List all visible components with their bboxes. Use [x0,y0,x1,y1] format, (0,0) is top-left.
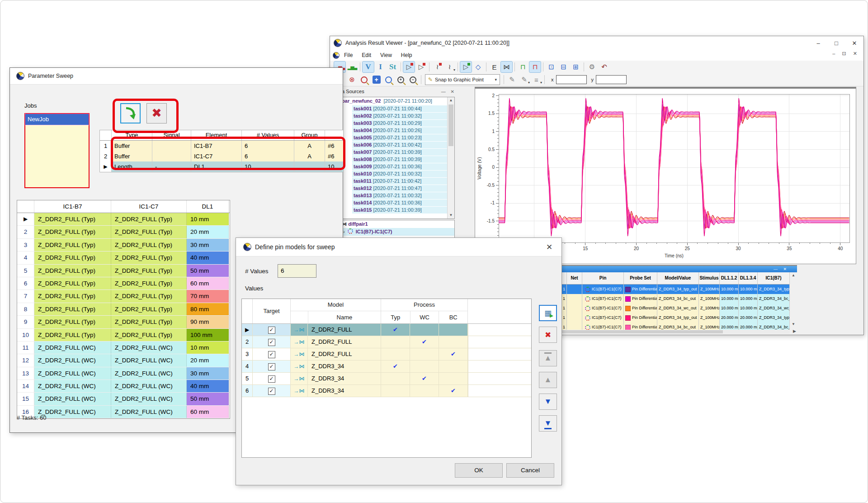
wc-check-cell[interactable]: ✔ [410,336,439,348]
move-bottom-button[interactable]: ▼ [539,415,557,432]
matrix-cell[interactable]: Z_DDR2_FULL (Typ) [34,239,111,251]
sweep-cell[interactable]: Buffer [112,151,152,161]
model-value-cell[interactable]: Z_DDR3_34_typ_out [657,285,699,294]
stimulus-cell[interactable]: Z_100MHz [699,313,720,323]
sweep-parameters-table[interactable]: TypeSignalElement# ValuesGroup1BufferIC1… [99,130,344,172]
tree-task-item[interactable]: task001 [2020-07-21 11:00:44] [352,105,453,112]
model-name-cell[interactable]: Z_DDR2_FULL [308,336,381,348]
matrix-cell[interactable]: Z_DDR2_FULL (WC) [34,380,111,392]
bc-check-cell[interactable] [439,361,468,372]
current-icon[interactable]: I [375,62,386,72]
matrix-cell[interactable]: 70 mm [187,290,229,302]
matrix-row[interactable]: 5Z_DDR2_FULL (Typ)Z_DDR2_FULL (Typ)50 mm [17,265,230,277]
edge-select-icon[interactable]: E [489,62,500,72]
wc-check-cell[interactable] [410,324,439,336]
target-checkbox-cell[interactable]: ✓ [253,336,291,348]
matrix-cell[interactable]: Z_DDR2_FULL (Typ) [34,277,111,289]
move-top-button[interactable]: ▲ [539,350,557,366]
probe-options-icon[interactable]: ≀▾ [444,62,455,72]
matrix-cell[interactable]: Z_DDR2_FULL (Typ) [111,303,187,315]
matrix-cell[interactable]: Z_DDR2_FULL (Typ) [111,239,187,251]
y-input[interactable] [596,75,627,84]
probe-set-cell[interactable]: Pin Differential [624,313,657,323]
matrix-row[interactable]: 9Z_DDR2_FULL (Typ)Z_DDR2_FULL (Typ)90 mm [17,316,230,328]
sweep-cell[interactable]: #6 [325,141,344,151]
pin-model-row[interactable]: ▶✓→⋈Z_DDR2_FULL✔ [242,324,531,336]
row-header[interactable]: 8 [17,303,34,315]
pan-icon[interactable]: + [371,74,382,85]
task-tree[interactable]: ∨ par_newfunc_02 [2020-07-21 11:00:20] t… [334,97,455,219]
matrix-cell[interactable]: Z_DDR2_FULL (WC) [111,393,187,405]
row-header[interactable]: 7 [17,290,34,302]
zoom-area-icon[interactable] [359,74,370,85]
mdi-window-controls[interactable]: – ⊡ ✕ [832,51,860,57]
dl112-cell[interactable]: 10.000 mm [720,294,739,304]
matrix-cell[interactable]: Z_DDR2_FULL (Typ) [111,226,187,238]
maximize-button[interactable]: □ [827,40,845,47]
probe-set-cell[interactable]: Pin Differential [624,285,657,294]
bc-check-cell[interactable]: ✔ [439,348,468,360]
matrix-row[interactable]: 4Z_DDR2_FULL (Typ)Z_DDR2_FULL (Typ)40 mm [17,252,230,264]
sweep-cell[interactable]: Buffer [112,141,152,151]
zoom-in-icon[interactable]: + [395,74,406,85]
row-header[interactable]: 2 [100,151,112,161]
matrix-cell[interactable]: 60 mm [187,277,229,289]
menu-file[interactable]: File [340,52,357,58]
typ-check-cell[interactable] [381,373,410,384]
target-checkbox[interactable]: ✓ [268,351,275,358]
model-value-cell[interactable]: Z_DDR3_34_bc_out [657,294,699,304]
tree-task-item[interactable]: task014 [2020-07-21 11:00:36] [352,199,453,206]
tree-task-item[interactable]: task002 [2020-07-21 11:00:32] [352,113,453,119]
buffer-probe-icon[interactable]: ▷ [460,62,472,72]
matrix-row[interactable]: 12Z_DDR2_FULL (WC)Z_DDR2_FULL (WC)20 mm [17,354,230,367]
tree-task-item[interactable]: task005 [2020-07-21 11:00:23] [352,134,453,141]
matrix-cell[interactable]: Z_DDR2_FULL (WC) [111,406,187,418]
tree-task-item[interactable]: task012 [2020-07-21 11:00:47] [352,185,453,192]
pulse-multi-icon[interactable]: ⊓ [529,62,541,72]
model-name-cell[interactable]: Z_DDR3_34 [308,385,381,397]
matrix-cell[interactable]: Z_DDR2_FULL (Typ) [111,213,187,225]
row-header[interactable]: 2 [242,336,253,348]
pin-cell[interactable]: IC1(B7)-IC1(C7) [582,285,624,294]
wc-check-cell[interactable] [410,361,439,372]
ic1b7-cell[interactable]: Z_DDR3_34_bc_out [758,294,790,304]
row-header[interactable]: 6 [242,385,253,397]
model-value-cell[interactable]: Z_DDR3_34_wc_out [657,304,699,313]
matrix-cell[interactable]: Z_DDR2_FULL (Typ) [34,316,111,328]
matrix-cell[interactable]: 90 mm [187,316,229,328]
close-button[interactable]: ✕ [845,40,863,47]
analog-waveform-icon[interactable]: ▂▅▃ [346,62,358,72]
tree-task-item[interactable]: task004 [2020-07-21 11:00:26] [352,127,453,134]
matrix-cell[interactable]: Z_DDR2_FULL (Typ) [34,265,111,277]
target-checkbox-cell[interactable]: ✓ [253,385,291,397]
pin-cell[interactable]: IC1(B7)-IC1(C7) [582,313,624,323]
matrix-cell[interactable]: Z_DDR2_FULL (Typ) [111,290,187,302]
matrix-cell[interactable]: Z_DDR2_FULL (Typ) [111,265,187,277]
matrix-row[interactable]: 3Z_DDR2_FULL (Typ)Z_DDR2_FULL (Typ)30 mm [17,239,230,252]
tree-task-item[interactable]: task010 [2020-07-21 11:00:32] [352,171,453,177]
delete-sweep-button[interactable]: ✖ [146,103,167,123]
wc-check-cell[interactable] [410,385,439,397]
wc-check-cell[interactable]: ✔ [410,373,439,384]
tree-task-item[interactable]: task006 [2020-07-21 11:00:42] [352,142,453,148]
apply-sweep-button[interactable] [120,103,141,123]
row-header[interactable]: 14 [17,380,34,392]
tree-task-item[interactable]: task007 [2020-07-21 11:00:39] [352,149,453,156]
matrix-cell[interactable]: 10 mm [187,213,229,225]
arv-titlebar[interactable]: Analysis Result Viewer - [par_newfunc_02… [330,36,863,50]
stimulus-cell[interactable]: Z_100MHz [699,285,720,294]
dl112-cell[interactable]: 20.000 mm [720,313,739,323]
dl134-cell[interactable]: 20.000 mm [739,313,758,323]
sweep-cell[interactable]: DL1 [191,161,242,172]
target-checkbox-cell[interactable]: ✓ [253,324,291,336]
ps-titlebar[interactable]: Parameter Sweep [10,68,343,85]
matrix-cell[interactable]: Z_DDR2_FULL (Typ) [34,252,111,264]
menu-edit[interactable]: Edit [357,52,376,58]
matrix-row[interactable]: 14Z_DDR2_FULL (WC)Z_DDR2_FULL (WC)40 mm [17,380,230,393]
target-checkbox-cell[interactable]: ✓ [253,373,291,384]
matrix-cell[interactable]: 40 mm [187,252,229,264]
row-header[interactable]: 1 [100,141,112,151]
net-cell[interactable] [567,294,582,304]
num-values-field[interactable]: 6 [278,264,316,278]
state-icon[interactable]: St [387,62,398,72]
